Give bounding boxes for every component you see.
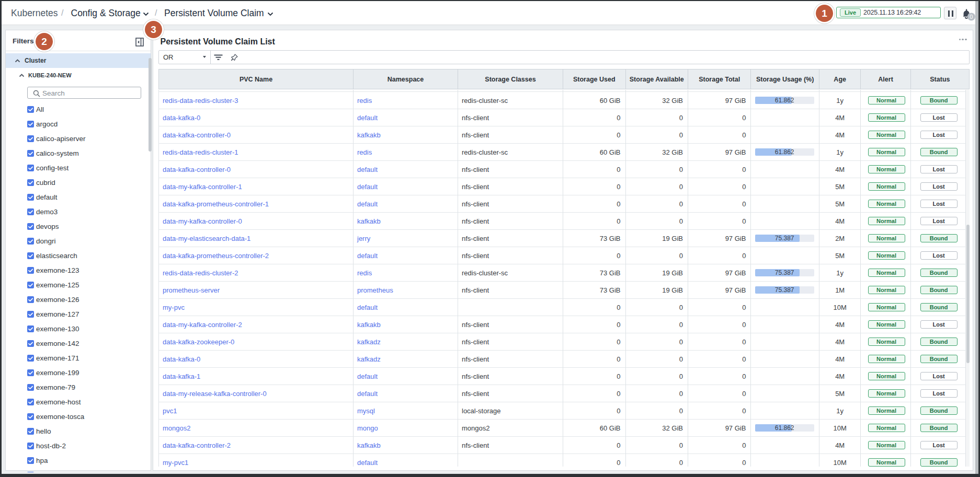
svg-text:0: 0 — [970, 14, 973, 20]
